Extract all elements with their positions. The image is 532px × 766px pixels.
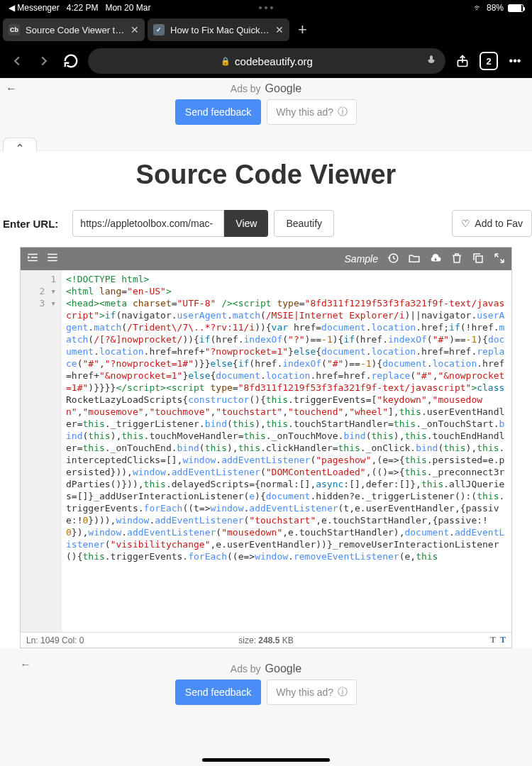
url-text: codebeautify.org (235, 55, 313, 67)
svg-rect-1 (28, 254, 38, 255)
svg-rect-2 (31, 257, 38, 258)
add-to-fav-button[interactable]: ♡Add to Fav (452, 210, 532, 237)
wifi-icon: ᯤ (474, 3, 482, 13)
page-back-icon-2[interactable]: ← (20, 658, 31, 671)
cloud-download-icon[interactable] (429, 252, 442, 267)
source-code[interactable]: <!DOCTYPE html> <html lang="en-US"> <hea… (62, 270, 511, 632)
folder-icon[interactable] (408, 252, 421, 267)
forward-button[interactable] (34, 51, 54, 71)
info-icon: ⓘ (338, 686, 348, 699)
svg-rect-8 (476, 256, 482, 262)
line-gutter: 12 ▾3 ▾ (21, 270, 62, 632)
favicon: ✓ (153, 24, 165, 35)
page-title: Source Code Viewer (0, 150, 532, 203)
tab-title: How to Fix Mac Quick Lo (170, 25, 270, 35)
google-logo: Google (265, 662, 302, 675)
page-back-icon[interactable]: ← (0, 78, 23, 99)
info-icon: ⓘ (338, 106, 348, 118)
share-button[interactable] (453, 51, 472, 71)
favicon: Cb (9, 24, 20, 35)
trash-icon[interactable] (450, 252, 463, 267)
new-tab-button[interactable]: + (292, 21, 313, 39)
close-icon[interactable]: ✕ (275, 24, 284, 35)
send-feedback-button[interactable]: Send feedback (175, 679, 261, 705)
ads-label: Ads by (231, 83, 261, 94)
why-this-ad-button[interactable]: Why this ad? ⓘ (267, 99, 357, 125)
expand-icon[interactable] (493, 252, 506, 267)
battery-pct: 88% (487, 3, 504, 13)
expand-chevron[interactable] (3, 138, 37, 152)
text-size-large-icon[interactable]: T (500, 635, 506, 645)
svg-rect-4 (48, 254, 57, 255)
back-to-app[interactable]: ◀ Messenger (9, 3, 60, 13)
home-indicator[interactable] (202, 758, 330, 762)
url-input[interactable] (72, 210, 224, 237)
copy-icon[interactable] (472, 252, 484, 267)
code-editor: Sample 12 ▾3 ▾ <!DOCTYPE html> <html lan… (20, 247, 512, 648)
tab-title: Source Code Viewer to V (26, 25, 125, 35)
ads-label: Ads by (231, 663, 261, 675)
battery-icon (508, 4, 523, 12)
lock-icon: 🔒 (221, 57, 231, 66)
tabs-button[interactable]: 2 (480, 52, 498, 70)
view-button[interactable]: View (224, 210, 268, 237)
google-logo: Google (265, 82, 302, 95)
svg-rect-6 (48, 260, 57, 262)
reload-button[interactable] (61, 51, 81, 71)
svg-rect-3 (28, 260, 38, 262)
more-button[interactable]: ••• (505, 51, 525, 71)
address-bar[interactable]: 🔒 codebeautify.org (88, 48, 445, 74)
outdent-icon[interactable] (46, 251, 59, 267)
browser-tab-2[interactable]: ✓ How to Fix Mac Quick Lo ✕ (148, 18, 289, 41)
file-size: size: 248.5 KB (238, 635, 293, 645)
send-feedback-button[interactable]: Send feedback (175, 99, 261, 125)
multitask-dots (259, 6, 273, 9)
browser-tab-1[interactable]: Cb Source Code Viewer to V ✕ (3, 18, 145, 41)
svg-rect-5 (48, 257, 57, 258)
mic-icon[interactable] (426, 55, 437, 68)
close-icon[interactable]: ✕ (131, 24, 139, 35)
enter-url-label: Enter URL: (3, 218, 67, 230)
cursor-position: Ln: 1049 Col: 0 (26, 635, 84, 645)
clock: 4:22 PM (67, 3, 99, 13)
back-button[interactable] (7, 51, 27, 71)
date: Mon 20 Mar (105, 3, 150, 13)
sample-link[interactable]: Sample (345, 253, 378, 265)
indent-icon[interactable] (26, 251, 39, 267)
heart-icon: ♡ (461, 218, 470, 229)
history-icon[interactable] (387, 252, 399, 267)
beautify-button[interactable]: Beautify (274, 210, 334, 237)
text-size-small-icon[interactable]: T (490, 635, 496, 645)
why-this-ad-button[interactable]: Why this ad? ⓘ (267, 679, 357, 705)
